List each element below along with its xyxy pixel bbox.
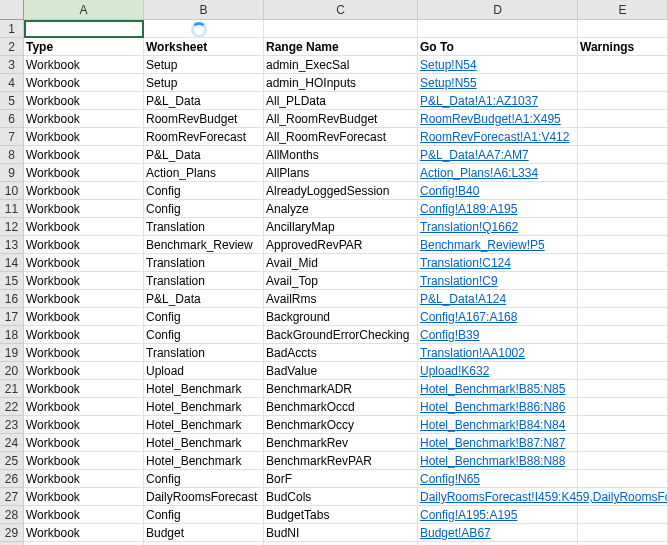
cell-range-name[interactable]: All_RoomRevForecast — [264, 128, 418, 146]
cell-worksheet[interactable]: Config — [144, 506, 264, 524]
cell-goto-link[interactable]: RoomRevForecast!A1:V412 — [418, 128, 578, 146]
column-header-d[interactable]: D — [418, 0, 578, 20]
cell-warnings[interactable] — [578, 326, 668, 344]
cell-range-name[interactable]: All_RoomRevBudget — [264, 110, 418, 128]
cell-range-name[interactable]: BenchmarkADR — [264, 380, 418, 398]
cell-range-name[interactable]: AncillaryMap — [264, 218, 418, 236]
cell-worksheet[interactable]: Config — [144, 182, 264, 200]
cell-worksheet[interactable]: Setup — [144, 56, 264, 74]
cell-warnings[interactable] — [578, 290, 668, 308]
cell-range-name[interactable]: BenchmarkRevPAR — [264, 452, 418, 470]
cell-type[interactable] — [24, 20, 144, 38]
cell-goto-link[interactable]: Setup!N54 — [418, 56, 578, 74]
row-header[interactable]: 23 — [0, 416, 24, 434]
cell-warnings[interactable] — [578, 272, 668, 290]
select-all-corner[interactable] — [0, 0, 24, 20]
cell-warnings[interactable] — [578, 146, 668, 164]
row-header[interactable]: 21 — [0, 380, 24, 398]
cell-warnings[interactable] — [578, 20, 668, 38]
cell-range-name[interactable]: BenchmarkOccy — [264, 416, 418, 434]
cell-type[interactable]: Type — [24, 38, 144, 56]
cell-worksheet[interactable]: P&L_Data — [144, 92, 264, 110]
cell-goto-link[interactable]: Hotel_Benchmark!B86:N86 — [418, 398, 578, 416]
cell-goto-link[interactable]: Upload!K632 — [418, 362, 578, 380]
cell-goto-link[interactable]: Action_Plans!A6:L334 — [418, 164, 578, 182]
cell-warnings[interactable] — [578, 74, 668, 92]
cell-range-name[interactable]: BorF — [264, 470, 418, 488]
row-header[interactable]: 11 — [0, 200, 24, 218]
spreadsheet-grid[interactable]: ABCDE12TypeWorksheetRange NameGo ToWarni… — [0, 0, 668, 545]
cell-type[interactable]: Workbook — [24, 164, 144, 182]
row-header[interactable]: 13 — [0, 236, 24, 254]
row-header[interactable]: 29 — [0, 524, 24, 542]
cell-warnings[interactable] — [578, 470, 668, 488]
cell-range-name[interactable]: AllMonths — [264, 146, 418, 164]
row-header[interactable]: 8 — [0, 146, 24, 164]
row-header[interactable]: 3 — [0, 56, 24, 74]
cell-warnings[interactable] — [578, 524, 668, 542]
cell-goto-link[interactable]: Config!B39 — [418, 326, 578, 344]
cell-type[interactable]: Workbook — [24, 524, 144, 542]
cell-worksheet[interactable]: Budget — [144, 524, 264, 542]
cell-worksheet[interactable]: P&L_Data — [144, 290, 264, 308]
cell-worksheet[interactable]: Action_Plans — [144, 164, 264, 182]
cell-range-name[interactable]: Analyze — [264, 200, 418, 218]
cell-warnings[interactable] — [578, 488, 668, 506]
cell-range-name[interactable]: admin_HOInputs — [264, 74, 418, 92]
cell-type[interactable]: Workbook — [24, 254, 144, 272]
row-header[interactable]: 14 — [0, 254, 24, 272]
cell-worksheet[interactable]: Benchmark_Review — [144, 236, 264, 254]
cell-worksheet[interactable]: Config — [144, 470, 264, 488]
cell-warnings[interactable] — [578, 182, 668, 200]
cell-warnings[interactable] — [578, 434, 668, 452]
cell-warnings[interactable] — [578, 128, 668, 146]
cell-type[interactable]: Workbook — [24, 506, 144, 524]
cell-warnings[interactable] — [578, 164, 668, 182]
cell-range-name[interactable]: Avail_Top — [264, 272, 418, 290]
cell-worksheet[interactable]: Config — [144, 308, 264, 326]
cell-goto-link[interactable]: Config!A189:A195 — [418, 200, 578, 218]
cell-goto-link[interactable]: RoomRevBudget!A1:X495 — [418, 110, 578, 128]
cell-type[interactable]: Workbook — [24, 56, 144, 74]
cell-range-name[interactable]: AllPlans — [264, 164, 418, 182]
cell-type[interactable]: Workbook — [24, 380, 144, 398]
cell-range-name[interactable]: Background — [264, 308, 418, 326]
row-header[interactable]: 10 — [0, 182, 24, 200]
cell-worksheet[interactable]: Hotel_Benchmark — [144, 434, 264, 452]
row-header[interactable]: 5 — [0, 92, 24, 110]
cell-range-name[interactable]: Range Name — [264, 38, 418, 56]
cell-range-name[interactable] — [264, 20, 418, 38]
cell-range-name[interactable]: ApprovedRevPAR — [264, 236, 418, 254]
cell-type[interactable]: Workbook — [24, 326, 144, 344]
cell-range-name[interactable]: BudgetTabs — [264, 506, 418, 524]
row-header[interactable]: 22 — [0, 398, 24, 416]
cell-worksheet[interactable]: P&L_Data — [144, 146, 264, 164]
cell-worksheet[interactable]: Translation — [144, 272, 264, 290]
cell-worksheet[interactable]: RoomRevForecast — [144, 128, 264, 146]
cell-goto-link[interactable]: P&L_Data!AA7:AM7 — [418, 146, 578, 164]
cell-worksheet[interactable]: Setup — [144, 74, 264, 92]
cell-type[interactable]: Workbook — [24, 200, 144, 218]
cell-goto-link[interactable]: Config!B40 — [418, 182, 578, 200]
cell-type[interactable]: Workbook — [24, 218, 144, 236]
cell-warnings[interactable] — [578, 254, 668, 272]
row-header[interactable]: 16 — [0, 290, 24, 308]
column-header-e[interactable]: E — [578, 0, 668, 20]
cell-range-name[interactable]: BadAccts — [264, 344, 418, 362]
cell-goto-link[interactable]: P&L_Data!A1:AZ1037 — [418, 92, 578, 110]
row-header[interactable]: 25 — [0, 452, 24, 470]
cell-type[interactable]: Workbook — [24, 434, 144, 452]
cell-range-name[interactable]: admin_ExecSal — [264, 56, 418, 74]
cell-worksheet[interactable]: RoomRevBudget — [144, 110, 264, 128]
row-header[interactable]: 9 — [0, 164, 24, 182]
cell-warnings[interactable] — [578, 344, 668, 362]
column-header-b[interactable]: B — [144, 0, 264, 20]
row-header[interactable]: 7 — [0, 128, 24, 146]
cell-type[interactable]: Workbook — [24, 272, 144, 290]
cell-goto-link[interactable]: Benchmark_Review!P5 — [418, 236, 578, 254]
cell-worksheet[interactable]: Translation — [144, 344, 264, 362]
cell-goto-link[interactable]: Budget!AB67 — [418, 524, 578, 542]
cell-worksheet[interactable]: Translation — [144, 254, 264, 272]
cell-type[interactable]: Workbook — [24, 146, 144, 164]
cell-goto-link[interactable]: Hotel_Benchmark!B85:N85 — [418, 380, 578, 398]
